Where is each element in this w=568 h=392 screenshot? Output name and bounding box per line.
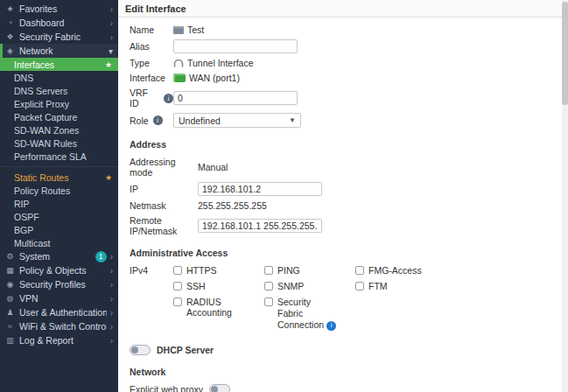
sidebar-item-policy-routes[interactable]: Policy Routes xyxy=(0,184,118,197)
policy-objects-icon: ▦ xyxy=(4,266,16,275)
info-icon[interactable] xyxy=(164,94,173,103)
sidebar-item-sdwan-rules[interactable]: SD-WAN Rules xyxy=(0,136,118,150)
vertical-scrollbar[interactable] xyxy=(562,0,568,392)
vrf-label: VRF ID xyxy=(130,88,159,108)
chevron-right-icon: › xyxy=(110,4,113,14)
snmp-checkbox[interactable]: SNMP xyxy=(264,281,355,291)
sidebar-item-static-routes[interactable]: Static Routes ★ xyxy=(0,171,118,184)
sidebar-item-network[interactable]: ◈ Network ▾ xyxy=(0,44,118,58)
sidebar-item-vpn[interactable]: ◍ VPN › xyxy=(0,291,118,305)
sidebar-item-favorites[interactable]: ★ Favorites › xyxy=(0,2,118,16)
ssh-checkbox[interactable]: SSH xyxy=(173,281,264,291)
alias-label: Alias xyxy=(130,41,173,52)
ipv4-label: IPv4 xyxy=(130,265,173,276)
dhcp-server-toggle[interactable] xyxy=(130,345,151,355)
type-value: Tunnel Interface xyxy=(187,58,254,68)
chevron-right-icon: › xyxy=(110,18,113,28)
role-select[interactable]: Undefined ▼ xyxy=(173,113,301,128)
gear-icon: ⚙ xyxy=(4,252,16,261)
alias-input[interactable] xyxy=(173,39,298,53)
addressing-mode-label: Addressing mode xyxy=(130,157,198,178)
remote-ip-row: Remote IP/Netmask xyxy=(130,215,556,236)
chevron-right-icon: › xyxy=(110,32,113,42)
submenu-divider xyxy=(0,163,118,167)
access-checkbox-grid: HTTPS SSH RADIUS Accounting xyxy=(173,265,422,331)
sidebar-item-user-authentication[interactable]: ♟ User & Authentication › xyxy=(0,305,118,319)
checkbox-icon xyxy=(173,282,182,290)
chevron-right-icon: › xyxy=(110,294,113,304)
fortigate-app: ★ Favorites › ◔ Dashboard › ❖ Security F… xyxy=(0,0,568,392)
chevron-down-icon: ▾ xyxy=(109,46,113,56)
ftm-checkbox[interactable]: FTM xyxy=(355,281,422,291)
security-profiles-icon: ◉ xyxy=(4,280,16,289)
addressing-mode-value: Manual xyxy=(198,162,228,172)
vpn-icon: ◍ xyxy=(4,294,16,303)
sidebar-item-dns-servers[interactable]: DNS Servers xyxy=(0,84,118,97)
fmg-access-checkbox[interactable]: FMG-Access xyxy=(355,265,422,276)
address-section: Addressing mode Manual IP Netmask 255.25… xyxy=(130,157,556,236)
radius-accounting-checkbox[interactable]: RADIUS Accounting xyxy=(173,297,264,318)
remote-ip-input[interactable] xyxy=(198,219,322,233)
sidebar-item-ospf[interactable]: OSPF xyxy=(0,210,118,223)
checkbox-icon xyxy=(355,282,364,290)
explicit-web-proxy-label: Explicit web proxy xyxy=(130,384,203,392)
toggle-knob xyxy=(131,346,138,354)
explicit-web-proxy-row: Explicit web proxy xyxy=(130,384,556,392)
vrf-id-input[interactable] xyxy=(173,91,298,105)
chevron-right-icon: › xyxy=(110,336,113,346)
sidebar-item-log-report[interactable]: ▥ Log & Report › xyxy=(0,333,118,347)
chevron-right-icon: › xyxy=(110,280,113,290)
chevron-right-icon: › xyxy=(110,308,113,318)
checkbox-icon xyxy=(264,298,273,306)
sidebar-item-interfaces[interactable]: Interfaces ★ xyxy=(0,58,118,71)
address-section-header: Address xyxy=(130,139,556,150)
main-panel: Edit Interface Name Test Alias Type Tunn… xyxy=(118,0,568,392)
sidebar-item-rip[interactable]: RIP xyxy=(0,197,118,210)
security-fabric-icon: ❖ xyxy=(4,32,16,41)
info-icon[interactable] xyxy=(326,321,336,331)
ipv4-access-row: IPv4 HTTPS SSH RADIUS Accoun xyxy=(130,265,556,331)
pin-star-icon: ★ xyxy=(105,173,112,182)
sidebar-item-dashboard[interactable]: ◔ Dashboard › xyxy=(0,16,118,30)
chevron-right-icon: › xyxy=(110,322,113,332)
sidebar-item-wifi-switch-controller[interactable]: ≈ WiFi & Switch Controller › xyxy=(0,319,118,333)
ping-checkbox[interactable]: PING xyxy=(264,265,355,276)
https-checkbox[interactable]: HTTPS xyxy=(173,265,264,276)
network-icon: ◈ xyxy=(4,46,16,55)
checkbox-icon xyxy=(355,266,364,275)
log-report-icon: ▥ xyxy=(4,336,16,345)
sidebar-item-policy-objects[interactable]: ▦ Policy & Objects › xyxy=(0,263,118,277)
wan-port-icon xyxy=(173,74,186,82)
dropdown-caret-icon: ▼ xyxy=(289,116,296,124)
checkbox-icon xyxy=(173,266,182,275)
network-section-header: Network xyxy=(130,367,556,377)
sidebar-item-explicit-proxy[interactable]: Explicit Proxy xyxy=(0,97,118,110)
sidebar-item-sdwan-zones[interactable]: SD-WAN Zones xyxy=(0,123,118,136)
sidebar-item-bgp[interactable]: BGP xyxy=(0,223,118,236)
sidebar-item-security-profiles[interactable]: ◉ Security Profiles › xyxy=(0,277,118,291)
ip-label: IP xyxy=(130,184,198,194)
scrollbar-thumb[interactable] xyxy=(562,2,568,105)
role-label-wrap: Role xyxy=(130,116,173,126)
sfc-label-wrap: Security Fabric Connection xyxy=(277,297,339,331)
ip-input[interactable] xyxy=(198,182,322,196)
security-fabric-connection-checkbox[interactable]: Security Fabric Connection xyxy=(264,297,355,331)
edit-interface-form: Name Test Alias Type Tunnel Interface In… xyxy=(118,18,568,392)
explicit-web-proxy-toggle[interactable] xyxy=(209,384,230,392)
chevron-right-icon: › xyxy=(110,266,113,276)
alias-row: Alias xyxy=(130,39,556,53)
sidebar-item-security-fabric[interactable]: ❖ Security Fabric › xyxy=(0,30,118,44)
role-row: Role Undefined ▼ xyxy=(130,113,556,128)
name-row: Name Test xyxy=(130,24,556,35)
page-title: Edit Interface xyxy=(118,0,568,18)
sidebar-item-packet-capture[interactable]: Packet Capture xyxy=(0,110,118,123)
sidebar-item-performance-sla[interactable]: Performance SLA xyxy=(0,150,118,163)
netmask-value: 255.255.255.255 xyxy=(198,200,267,211)
tunnel-interface-icon xyxy=(173,60,184,67)
info-icon[interactable] xyxy=(153,116,163,125)
sidebar-item-multicast[interactable]: Multicast xyxy=(0,236,118,249)
sidebar-item-system[interactable]: ⚙ System 1 › xyxy=(0,249,118,263)
sidebar-item-dns[interactable]: DNS xyxy=(0,71,118,84)
ip-row: IP xyxy=(130,182,556,196)
wifi-icon: ≈ xyxy=(4,322,16,331)
